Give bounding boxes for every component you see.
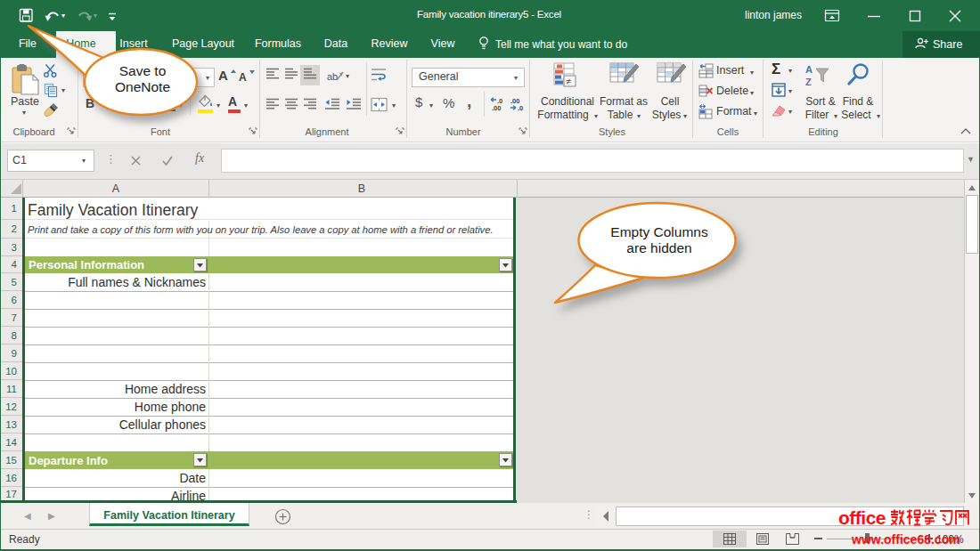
- svg-text:.00: .00: [492, 104, 501, 112]
- svg-text:Z: Z: [805, 77, 812, 87]
- svg-text:≠: ≠: [567, 77, 572, 86]
- svg-text:.0: .0: [518, 104, 523, 112]
- svg-text:ab: ab: [327, 71, 338, 82]
- svg-text:A: A: [805, 64, 813, 75]
